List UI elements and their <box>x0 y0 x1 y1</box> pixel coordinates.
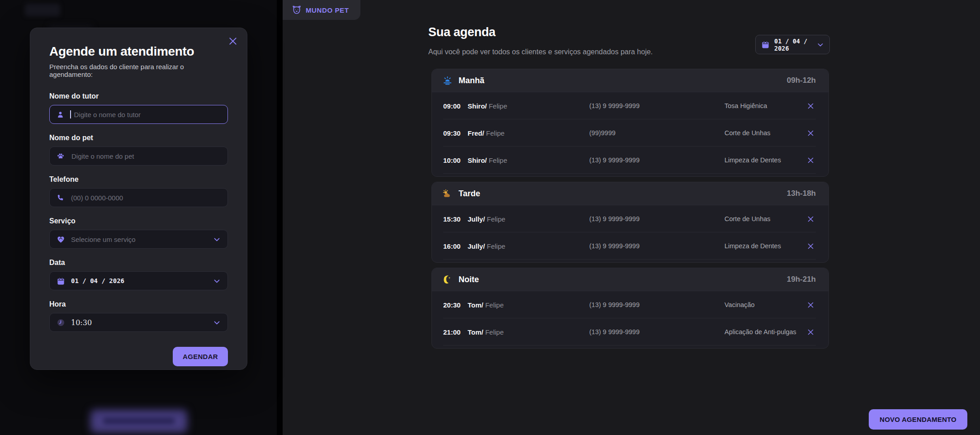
dog-logo-icon <box>292 5 302 15</box>
date-value: 01 / 04 / 2026 <box>71 277 207 284</box>
appointment-phone: (13) 9 9999-9999 <box>589 328 724 336</box>
appointment-row: 16:00 Jully/ Felipe (13) 9 9999-9999 Lim… <box>432 232 829 260</box>
appointment-phone: (13) 9 9999-9999 <box>589 215 724 222</box>
appointment-row: 09:00 Shiro/ Felipe (13) 9 9999-9999 Tos… <box>432 92 829 119</box>
phone-field[interactable] <box>49 188 228 207</box>
pet-label: Nome do pet <box>49 134 228 142</box>
new-appointment-button[interactable]: NOVO AGENDAMENTO <box>869 409 967 430</box>
tutor-name: Felipe <box>489 102 507 110</box>
section-header: Manhã 09h-12h <box>432 69 829 92</box>
appointment-time: 21:00 <box>443 328 468 336</box>
appointment-phone: (13) 9 9999-9999 <box>589 156 724 164</box>
appointment-service: Aplicação de Anti-pulgas <box>724 328 806 336</box>
schedule-submit-button[interactable]: AGENDAR <box>173 347 228 366</box>
appointment-row: 09:30 Fred/ Felipe (99)9999 Corte de Unh… <box>432 119 829 147</box>
agenda-title: Sua agenda <box>428 25 496 39</box>
pet-name: Fred/ <box>468 129 486 137</box>
tutor-name: Felipe <box>485 328 504 336</box>
section-time-range: 19h-21h <box>787 275 816 284</box>
appointment-row: 21:00 Tom/ Felipe (13) 9 9999-9999 Aplic… <box>432 318 829 345</box>
agenda-date-value: 01 / 04 / 2026 <box>774 38 812 52</box>
appointment-time: 10:00 <box>443 156 468 164</box>
pet-field[interactable] <box>49 147 228 165</box>
text-caret <box>70 110 71 118</box>
page-divider <box>277 0 283 435</box>
agenda-section-card: Noite 19h-21h 20:30 Tom/ Felipe (13) 9 9… <box>431 268 829 349</box>
pet-name: Tom/ <box>468 301 485 309</box>
remove-appointment-button[interactable] <box>806 243 815 250</box>
sunrise-icon <box>442 76 453 86</box>
appointment-service: Corte de Unhas <box>724 215 806 222</box>
remove-appointment-button[interactable] <box>806 157 815 164</box>
service-select[interactable]: Selecione um serviço <box>49 230 228 249</box>
section-name: Tarde <box>459 189 480 199</box>
appointment-row: 10:00 Shiro/ Felipe (13) 9 9999-9999 Lim… <box>432 147 829 174</box>
appointment-pet-tutor: Fred/ Felipe <box>468 129 589 137</box>
appointment-row: 15:30 Jully/ Felipe (13) 9 9999-9999 Cor… <box>432 205 829 232</box>
pet-name: Shiro/ <box>468 156 489 164</box>
appointment-phone: (13) 9 9999-9999 <box>589 301 724 308</box>
section-name: Manhã <box>459 76 484 85</box>
appointment-time: 20:30 <box>443 301 468 309</box>
date-label: Data <box>49 259 228 267</box>
appointment-time: 09:00 <box>443 102 468 110</box>
phone-label: Telefone <box>49 175 228 184</box>
modal-subtitle: Preencha os dados do cliente para realiz… <box>49 63 228 78</box>
appointment-time: 09:30 <box>443 129 468 137</box>
appointment-pet-tutor: Shiro/ Felipe <box>468 156 589 164</box>
agenda-section-card: Tarde 13h-18h 15:30 Jully/ Felipe (13) 9… <box>431 182 829 263</box>
pet-name: Shiro/ <box>468 102 489 110</box>
service-value: Selecione um serviço <box>71 236 207 243</box>
schedule-modal: Agende um atendimento Preencha os dados … <box>30 28 247 370</box>
appointment-pet-tutor: Tom/ Felipe <box>468 301 589 309</box>
remove-appointment-button[interactable] <box>806 302 815 308</box>
modal-title: Agende um atendimento <box>49 44 228 59</box>
tutor-label: Nome do tutor <box>49 92 228 100</box>
time-select[interactable]: 10:30 <box>49 313 228 332</box>
agenda-date-select[interactable]: 01 / 04 / 2026 <box>755 35 830 54</box>
user-icon <box>57 111 64 118</box>
tutor-input[interactable] <box>73 110 221 119</box>
section-rows: 09:00 Shiro/ Felipe (13) 9 9999-9999 Tos… <box>432 92 829 174</box>
time-value: 10:30 <box>71 318 207 327</box>
tutor-name: Felipe <box>486 129 505 137</box>
remove-appointment-button[interactable] <box>806 103 815 109</box>
appointment-service: Limpeza de Dentes <box>724 242 806 250</box>
remove-appointment-button[interactable] <box>806 130 815 137</box>
date-select[interactable]: 01 / 04 / 2026 <box>49 271 228 290</box>
appointment-service: Corte de Unhas <box>724 129 806 137</box>
appointment-pet-tutor: Jully/ Felipe <box>468 215 589 223</box>
brand-badge: MUNDO PET <box>283 0 360 20</box>
section-time-range: 13h-18h <box>787 189 816 198</box>
section-time-range: 09h-12h <box>787 76 816 85</box>
time-label: Hora <box>49 300 228 308</box>
phone-input[interactable] <box>70 194 221 202</box>
tutor-name: Felipe <box>489 156 507 164</box>
service-label: Serviço <box>49 217 228 225</box>
blurred-button-label <box>103 418 175 424</box>
moon-icon <box>442 274 453 285</box>
section-rows: 20:30 Tom/ Felipe (13) 9 9999-9999 Vacin… <box>432 291 829 345</box>
close-icon[interactable] <box>228 36 238 46</box>
appointment-pet-tutor: Jully/ Felipe <box>468 242 589 250</box>
appointment-time: 16:00 <box>443 242 468 250</box>
tutor-field[interactable] <box>49 105 228 124</box>
section-header: Noite 19h-21h <box>432 268 829 291</box>
appointment-phone: (13) 9 9999-9999 <box>589 102 724 109</box>
section-rows: 15:30 Jully/ Felipe (13) 9 9999-9999 Cor… <box>432 205 829 260</box>
remove-appointment-button[interactable] <box>806 216 815 222</box>
section-name: Noite <box>459 275 479 284</box>
calendar-icon <box>761 40 770 49</box>
appointment-service: Limpeza de Dentes <box>724 156 806 164</box>
pet-input[interactable] <box>71 152 221 161</box>
chevron-down-icon <box>817 41 824 48</box>
remove-appointment-button[interactable] <box>806 329 815 336</box>
appointment-service: Vacinação <box>724 301 806 308</box>
tutor-name: Felipe <box>487 242 506 250</box>
agenda-subtitle: Aqui você pode ver todos os clientes e s… <box>428 48 653 56</box>
calendar-icon <box>57 277 65 285</box>
chevron-down-icon <box>213 319 221 326</box>
paw-icon <box>57 152 65 160</box>
appointment-pet-tutor: Shiro/ Felipe <box>468 102 589 110</box>
blurred-brand-badge <box>25 4 60 16</box>
